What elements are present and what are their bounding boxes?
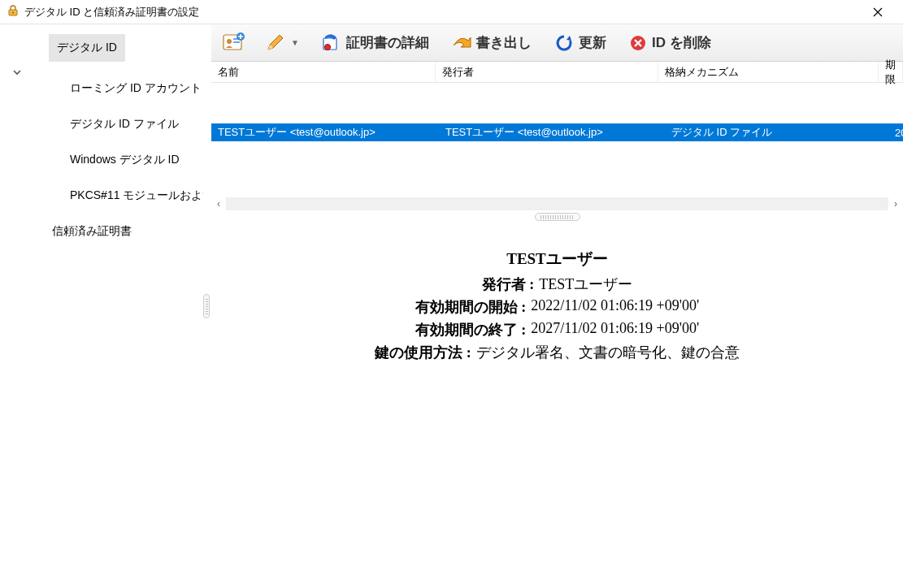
detail-valid-to-value: 2027/11/02 01:06:19 +09'00' bbox=[531, 320, 699, 339]
certificate-details: TESTユーザー 発行者 TESTユーザー 有効期間の開始 2022/11/02… bbox=[211, 223, 903, 588]
horizontal-splitter[interactable] bbox=[211, 211, 903, 223]
scroll-track[interactable] bbox=[226, 197, 888, 210]
svg-point-8 bbox=[324, 44, 330, 50]
id-table: 名前 発行者 格納メカニズム 期限 TESTユーザー <test@outlook… bbox=[211, 62, 903, 211]
sidebar-item-digital-id[interactable]: デジタル ID bbox=[49, 34, 125, 62]
vertical-splitter[interactable] bbox=[203, 24, 211, 588]
table-row[interactable]: TESTユーザー <test@outlook.jp> TESTユーザー <tes… bbox=[211, 123, 903, 141]
detail-issuer-value: TESTユーザー bbox=[539, 275, 632, 294]
sidebar-item-id-file[interactable]: デジタル ID ファイル bbox=[65, 109, 203, 140]
close-button[interactable] bbox=[859, 0, 896, 24]
detail-issuer-label: 発行者 bbox=[482, 275, 535, 294]
certificate-detail-button[interactable]: 証明書の詳細 bbox=[312, 30, 437, 56]
cell-storage: デジタル ID ファイル bbox=[665, 123, 888, 141]
detail-valid-to-label: 有効期間の終了 bbox=[415, 320, 527, 339]
cell-name: TESTユーザー <test@outlook.jp> bbox=[211, 123, 439, 141]
detail-key-usage-value: デジタル署名、文書の暗号化、鍵の合意 bbox=[476, 343, 740, 362]
scroll-left-icon[interactable]: ‹ bbox=[211, 197, 226, 211]
th-expiry[interactable]: 期限 bbox=[879, 62, 903, 82]
refresh-button[interactable]: 更新 bbox=[546, 30, 614, 56]
detail-valid-from-value: 2022/11/02 01:06:19 +09'00' bbox=[531, 297, 699, 317]
titlebar: デジタル ID と信頼済み証明書の設定 bbox=[0, 0, 903, 24]
export-label: 書き出し bbox=[476, 33, 532, 52]
scroll-right-icon[interactable]: › bbox=[888, 197, 903, 211]
refresh-label: 更新 bbox=[579, 33, 606, 52]
cell-issuer: TESTユーザー <test@outlook.jp> bbox=[439, 123, 665, 141]
main: ▼ 証明書の詳細 書き出し bbox=[211, 24, 903, 588]
horizontal-scrollbar[interactable]: ‹ › bbox=[211, 197, 903, 211]
sidebar-item-roaming[interactable]: ローミング ID アカウント bbox=[65, 73, 203, 104]
export-button[interactable]: 書き出し bbox=[444, 30, 540, 55]
th-issuer[interactable]: 発行者 bbox=[436, 62, 658, 82]
th-name[interactable]: 名前 bbox=[211, 62, 436, 82]
detail-key-usage-label: 鍵の使用方法 bbox=[375, 343, 471, 362]
delete-id-button[interactable]: ID を削除 bbox=[621, 30, 719, 55]
chevron-down-icon[interactable] bbox=[11, 67, 23, 80]
window-title: デジタル ID と信頼済み証明書の設定 bbox=[24, 5, 859, 19]
splitter-grip-icon bbox=[535, 213, 580, 221]
certificate-detail-label: 証明書の詳細 bbox=[346, 33, 429, 52]
table-header: 名前 発行者 格納メカニズム 期限 bbox=[211, 62, 903, 83]
sidebar: デジタル ID ローミング ID アカウント デジタル ID ファイル Wind… bbox=[0, 24, 203, 588]
sidebar-item-trusted-certs[interactable]: 信頼済み証明書 bbox=[47, 218, 203, 245]
sidebar-item-windows-id[interactable]: Windows デジタル ID bbox=[65, 145, 203, 175]
lock-icon bbox=[7, 4, 20, 19]
table-body: TESTユーザー <test@outlook.jp> TESTユーザー <tes… bbox=[211, 83, 903, 197]
delete-id-label: ID を削除 bbox=[652, 33, 711, 52]
cell-expiry: 2027/11/02 bbox=[888, 125, 903, 141]
sidebar-item-pkcs11[interactable]: PKCS#11 モジュールおよびトークン bbox=[65, 180, 203, 211]
dropdown-caret-icon: ▼ bbox=[291, 38, 299, 47]
detail-valid-from-label: 有効期間の開始 bbox=[415, 297, 527, 317]
svg-point-1 bbox=[12, 12, 14, 14]
toolbar: ▼ 証明書の詳細 書き出し bbox=[211, 24, 903, 62]
splitter-grip-icon bbox=[203, 294, 210, 318]
edit-button[interactable]: ▼ bbox=[258, 30, 306, 56]
sidebar-children: ローミング ID アカウント デジタル ID ファイル Windows デジタル… bbox=[65, 73, 203, 211]
th-storage[interactable]: 格納メカニズム bbox=[658, 62, 879, 82]
body: デジタル ID ローミング ID アカウント デジタル ID ファイル Wind… bbox=[0, 24, 903, 588]
svg-rect-5 bbox=[233, 41, 240, 43]
svg-point-3 bbox=[227, 39, 232, 44]
detail-subject: TESTユーザー bbox=[228, 249, 887, 270]
add-id-button[interactable] bbox=[216, 29, 252, 57]
